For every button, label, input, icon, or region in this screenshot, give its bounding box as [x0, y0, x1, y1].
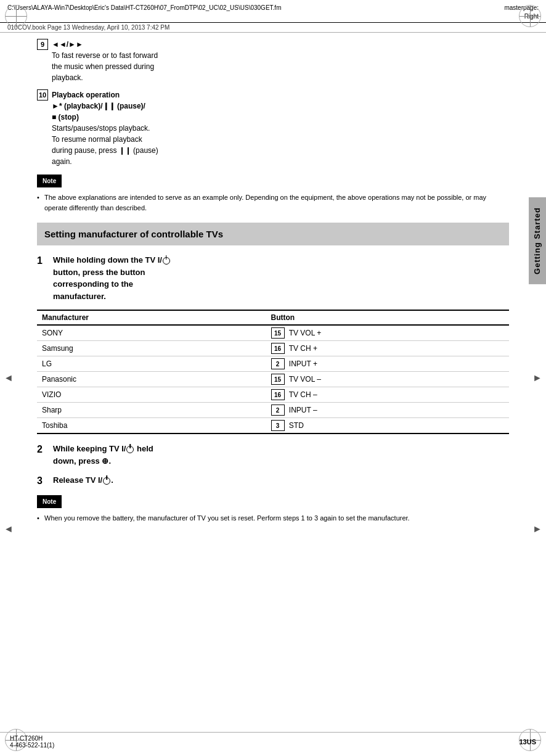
step-10-text1: Starts/pauses/stops playback. To resume …: [52, 123, 509, 167]
table-cell-button: 16 TV CH +: [266, 341, 509, 356]
main-step-number-2: 2: [37, 443, 51, 456]
table-row: Panasonic15 TV VOL –: [37, 372, 509, 387]
step-10-title: Playback operation ►* (playback)/❙❙ (pau…: [52, 89, 509, 123]
step-10-content: Playback operation ►* (playback)/❙❙ (pau…: [52, 89, 509, 167]
table-cell-manufacturer: VIZIO: [37, 387, 266, 403]
main-content: 9 ◄◄/►► To fast reverse or to fast forwa…: [0, 33, 546, 543]
button-number-box: 3: [271, 420, 285, 431]
table-cell-button: 16 TV CH –: [266, 387, 509, 403]
section-9: 9 ◄◄/►► To fast reverse or to fast forwa…: [37, 39, 509, 83]
table-row: Sharp2 INPUT –: [37, 403, 509, 418]
table-col-button: Button: [266, 310, 509, 325]
note-list-1: The above explanations are intended to s…: [37, 192, 509, 213]
main-step-1: 1 While holding down the TV I/ button, p…: [37, 254, 509, 302]
main-step-2-content: While keeping TV I/ held down, press ⊕.: [53, 443, 509, 467]
table-cell-button: 2 INPUT +: [266, 356, 509, 372]
table-cell-button: 3 STD: [266, 418, 509, 434]
table-row: SONY15 TV VOL +: [37, 325, 509, 341]
step-number-10: 10: [37, 89, 48, 101]
header-filepath: C:\Users\ALAYA-Win7\Desktop\Eric's Data\…: [7, 4, 281, 12]
setting-section-header: Setting manufacturer of controllable TVs: [37, 223, 509, 245]
main-step-3-content: Release TV I/.: [53, 474, 509, 487]
main-step-2: 2 While keeping TV I/ held down, press ⊕…: [37, 443, 509, 467]
table-cell-manufacturer: Toshiba: [37, 418, 266, 434]
table-cell-manufacturer: Sharp: [37, 403, 266, 418]
table-col-manufacturer: Manufacturer: [37, 310, 266, 325]
table-row: LG2 INPUT +: [37, 356, 509, 372]
page-footer: HT-CT260H 4-463-522-11(1) 13US: [0, 732, 546, 751]
note-list-2: When you remove the battery, the manufac…: [37, 513, 509, 524]
table-cell-button: 15 TV VOL –: [266, 372, 509, 387]
button-number-box: 2: [271, 405, 285, 416]
step-9-text: To fast reverse or to fast forwardthe mu…: [52, 50, 509, 83]
page-header: C:\Users\ALAYA-Win7\Desktop\Eric's Data\…: [0, 0, 546, 23]
step-number-9: 9: [37, 39, 48, 50]
note-section-2: Note When you remove the battery, the ma…: [37, 495, 509, 524]
button-number-box: 15: [271, 374, 285, 385]
power-icon-2: [126, 446, 134, 453]
main-step-number-3: 3: [37, 474, 51, 488]
table-cell-manufacturer: Panasonic: [37, 372, 266, 387]
power-icon-3: [103, 477, 110, 485]
note-section-1: Note The above explanations are intended…: [37, 175, 509, 213]
corner-decoration-tl: [5, 5, 27, 27]
table-row: Toshiba3 STD: [37, 418, 509, 434]
table-cell-button: 2 INPUT –: [266, 403, 509, 418]
button-number-box: 16: [271, 343, 285, 354]
manufacturer-table: Manufacturer Button SONY15 TV VOL +Samsu…: [37, 310, 509, 434]
note-label-1: Note: [37, 175, 62, 187]
table-row: VIZIO16 TV CH –: [37, 387, 509, 403]
note-item-2: When you remove the battery, the manufac…: [37, 513, 509, 524]
corner-decoration-tr: [519, 5, 541, 27]
table-cell-button: 15 TV VOL +: [266, 325, 509, 341]
table-cell-manufacturer: LG: [37, 356, 266, 372]
button-number-box: 15: [271, 327, 285, 339]
section-10: 10 Playback operation ►* (playback)/❙❙ (…: [37, 89, 509, 167]
main-step-3: 3 Release TV I/.: [37, 474, 509, 488]
table-cell-manufacturer: Samsung: [37, 341, 266, 356]
power-icon-1: [163, 257, 170, 265]
page-number: 13US: [519, 738, 536, 746]
main-step-number-1: 1: [37, 254, 51, 268]
main-step-1-content: While holding down the TV I/ button, pre…: [53, 254, 509, 302]
table-row: Samsung16 TV CH +: [37, 341, 509, 356]
table-cell-manufacturer: SONY: [37, 325, 266, 341]
sub-header-line: 010COV.book Page 13 Wednesday, April 10,…: [0, 23, 546, 33]
step-9-content: ◄◄/►► To fast reverse or to fast forward…: [52, 39, 509, 83]
step-9-icon: ◄◄/►►: [52, 39, 509, 50]
note-item-1: The above explanations are intended to s…: [37, 192, 509, 213]
footer-model: HT-CT260H 4-463-522-11(1): [10, 735, 54, 749]
button-number-box: 2: [271, 358, 285, 369]
button-number-box: 16: [271, 389, 285, 400]
note-label-2: Note: [37, 495, 62, 508]
